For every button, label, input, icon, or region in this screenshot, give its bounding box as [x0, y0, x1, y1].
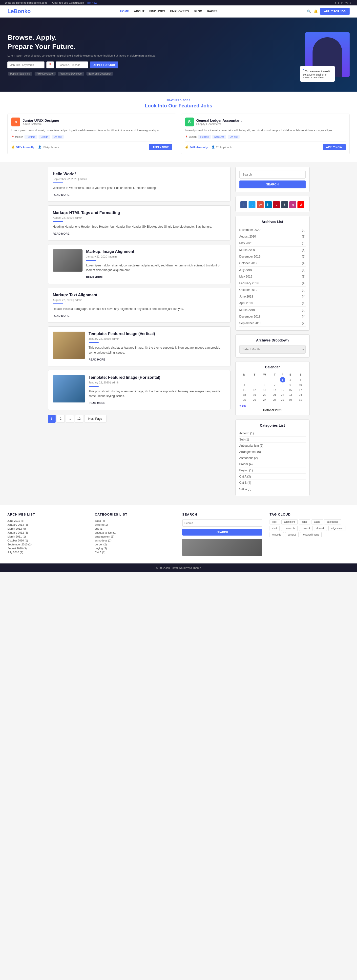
footer-archive-link[interactable]: June 2019 (5)	[7, 519, 24, 522]
archive-link[interactable]: May 2020	[239, 242, 252, 245]
tag-featured-image[interactable]: featured image	[300, 532, 322, 537]
category-link[interactable]: Sub (1)	[239, 438, 249, 441]
read-more-5[interactable]: READ MORE	[89, 358, 105, 361]
read-more-6[interactable]: READ MORE	[89, 401, 105, 404]
search-icon[interactable]: 🔍	[307, 10, 311, 13]
sidebar-search-button[interactable]: SEARCH	[239, 180, 306, 188]
job-search-input[interactable]	[7, 62, 45, 68]
footer-search-button[interactable]: SEARCH	[182, 529, 262, 536]
tag-aside[interactable]: aside	[299, 519, 310, 525]
notification-icon[interactable]: 🔔	[314, 10, 318, 13]
next-page-button[interactable]: Next Page	[84, 415, 107, 422]
archive-link[interactable]: March 2020	[239, 248, 255, 251]
social-instagram-btn[interactable]: ig	[289, 201, 296, 208]
popular-tag-php[interactable]: PHP Developer	[35, 72, 56, 76]
hire-now-link[interactable]: Hire Now.	[86, 1, 97, 4]
footer-archive-link[interactable]: January 2013 (5)	[7, 523, 28, 526]
footer-category-link[interactable]: arrangement (1)	[95, 535, 115, 538]
category-link[interactable]: Aciform (1)	[239, 432, 254, 435]
footer-category-link[interactable]: aaaa (4)	[95, 519, 105, 522]
fb-icon[interactable]: f	[335, 1, 336, 4]
tag-excerpt[interactable]: excerpt	[285, 532, 299, 537]
tag-alignment[interactable]: alignment	[281, 519, 298, 525]
category-link[interactable]: Arrangement (6)	[239, 450, 261, 453]
footer-archive-link[interactable]: August 2010 (3)	[7, 547, 27, 550]
tag-audio[interactable]: audio	[312, 519, 323, 525]
hero-apply-button[interactable]: APPLY FOR JOB	[90, 62, 118, 68]
yt-icon[interactable]: yt	[345, 1, 347, 4]
footer-archive-link[interactable]: October 2010 (1)	[7, 539, 28, 542]
social-gplus-btn[interactable]: g+	[257, 201, 264, 208]
archive-link[interactable]: December 2018	[239, 315, 260, 318]
footer-archive-link[interactable]: March 2011 (1)	[7, 535, 26, 538]
footer-category-link[interactable]: sub (1)	[95, 527, 103, 530]
footer-category-link[interactable]: border (2)	[95, 543, 107, 546]
nav-employers[interactable]: EMPLOYERS	[170, 10, 189, 13]
category-link[interactable]: Buying (1)	[239, 469, 253, 472]
footer-category-link[interactable]: antiquarianism (1)	[95, 531, 116, 534]
archive-link[interactable]: May 2019	[239, 275, 252, 278]
archive-link[interactable]: February 2019	[239, 282, 259, 285]
read-more-3[interactable]: READ MORE	[86, 275, 103, 278]
footer-category-link[interactable]: asmodeus (1)	[95, 539, 112, 542]
read-more-2[interactable]: READ MORE	[53, 232, 69, 235]
footer-category-link[interactable]: Cat A (1)	[95, 551, 105, 554]
footer-archive-link[interactable]: September 2010 (2)	[7, 543, 32, 546]
nav-home[interactable]: HOME	[120, 10, 129, 13]
tag-content[interactable]: content	[299, 526, 312, 531]
archive-link[interactable]: October 2019	[239, 261, 257, 265]
header-apply-button[interactable]: APPLY FOR JOB	[320, 8, 350, 15]
page-btn-2[interactable]: 2	[57, 415, 65, 423]
category-link[interactable]: Asmodeus (2)	[239, 456, 258, 460]
popular-tag-backend[interactable]: Back-end Developer	[86, 72, 113, 76]
archive-link[interactable]: March 2019	[239, 308, 255, 312]
page-btn-1[interactable]: 1	[48, 415, 56, 423]
nav-about[interactable]: ABOUT	[134, 10, 145, 13]
popular-tag-frontend[interactable]: Front-end Developer	[58, 72, 84, 76]
social-linkedin-btn[interactable]: in	[265, 201, 272, 208]
tag-chat[interactable]: chat	[269, 526, 280, 531]
archives-select[interactable]: Select Month	[239, 345, 306, 353]
archive-link[interactable]: October 2019	[239, 288, 257, 292]
social-youtube-btn[interactable]: yt	[298, 201, 304, 208]
sidebar-search-input[interactable]	[239, 170, 306, 178]
category-link[interactable]: Antiquarianism (5)	[239, 444, 263, 447]
social-tumblr-btn[interactable]: t	[281, 201, 288, 208]
category-link[interactable]: Cat A (3)	[239, 475, 251, 478]
social-twitter-btn[interactable]: t	[249, 201, 255, 208]
location-search-input[interactable]	[56, 62, 88, 68]
apply-now-button-2[interactable]: APPLY NOW	[323, 144, 346, 150]
social-pinterest-btn[interactable]: p	[273, 201, 280, 208]
tag-embeds[interactable]: embeds	[269, 532, 284, 537]
category-link[interactable]: Broder (4)	[239, 463, 253, 466]
archive-link[interactable]: June 2018	[239, 295, 253, 298]
social-facebook-btn[interactable]: f	[241, 201, 247, 208]
nav-find-jobs[interactable]: FIND JOBS	[150, 10, 165, 13]
nav-pages[interactable]: PAGES	[207, 10, 217, 13]
tag-comments[interactable]: comments	[281, 526, 298, 531]
tag-dowork[interactable]: dowork	[314, 526, 327, 531]
footer-category-link[interactable]: buying (2)	[95, 547, 107, 550]
archive-link[interactable]: September 2018	[239, 321, 261, 325]
calendar-prev-link[interactable]: « Sep	[239, 404, 247, 407]
footer-archive-link[interactable]: January 2012 (6)	[7, 531, 28, 534]
archive-link[interactable]: April 2019	[239, 301, 253, 305]
read-more-1[interactable]: READ MORE	[53, 193, 69, 196]
read-more-4[interactable]: READ MORE	[53, 314, 69, 317]
footer-search-input[interactable]	[182, 519, 262, 527]
page-btn-12[interactable]: 12	[75, 415, 83, 423]
pi-icon[interactable]: p	[350, 1, 351, 4]
archive-link[interactable]: August 2020	[239, 235, 256, 238]
email-link[interactable]: help@lebonko.com	[24, 1, 47, 4]
footer-archive-link[interactable]: March 2012 (5)	[7, 527, 26, 530]
in-icon[interactable]: in	[341, 1, 343, 4]
footer-category-link[interactable]: aciform (1)	[95, 523, 108, 526]
tag-categories[interactable]: categories	[324, 519, 341, 525]
footer-archive-link[interactable]: July 2010 (1)	[7, 551, 23, 554]
archive-link[interactable]: July 2019	[239, 268, 252, 272]
archive-link[interactable]: November 2020	[239, 228, 260, 232]
tw-icon[interactable]: t	[338, 1, 339, 4]
tag-edge-case[interactable]: edge case	[328, 526, 345, 531]
apply-now-button-1[interactable]: APPLY NOW	[149, 144, 172, 150]
nav-blog[interactable]: BLOG	[194, 10, 202, 13]
